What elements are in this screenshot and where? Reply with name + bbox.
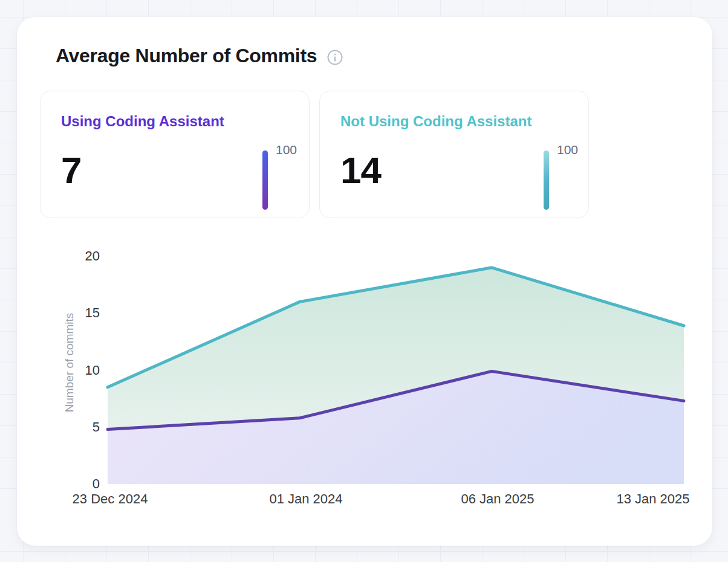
- area-chart: 0 5 10 15 20 Number of commits 23 Dec 20…: [17, 242, 712, 526]
- stat-card-using-assistant: Using Coding Assistant 7 100: [40, 91, 310, 218]
- stat-scale-bar: [544, 150, 549, 210]
- commits-card: Average Number of Commits Using Coding A…: [17, 17, 712, 546]
- y-tick-20: 20: [85, 248, 100, 263]
- stat-scale-max: 100: [557, 143, 578, 157]
- stat-value: 7: [61, 152, 81, 189]
- y-tick-10: 10: [85, 363, 100, 378]
- y-tick-15: 15: [85, 305, 100, 320]
- x-label-2: 06 Jan 2025: [461, 491, 534, 506]
- y-tick-5: 5: [93, 419, 100, 434]
- x-label-1: 01 Jan 2024: [269, 491, 342, 506]
- stat-value: 14: [340, 152, 381, 189]
- x-label-3: 13 Jan 2025: [616, 491, 689, 506]
- info-icon[interactable]: [327, 49, 343, 66]
- stat-card-not-using-assistant: Not Using Coding Assistant 14 100: [319, 91, 589, 218]
- stat-label: Not Using Coding Assistant: [340, 113, 531, 130]
- stat-scale-bar: [262, 150, 268, 210]
- page-title: Average Number of Commits: [56, 45, 317, 67]
- stat-scale-max: 100: [276, 143, 297, 157]
- y-tick-0: 0: [93, 476, 100, 491]
- y-axis-label: Number of commits: [63, 313, 76, 413]
- stat-label: Using Coding Assistant: [61, 113, 224, 130]
- x-label-0: 23 Dec 2024: [73, 491, 148, 506]
- card-header: Average Number of Commits: [56, 45, 343, 67]
